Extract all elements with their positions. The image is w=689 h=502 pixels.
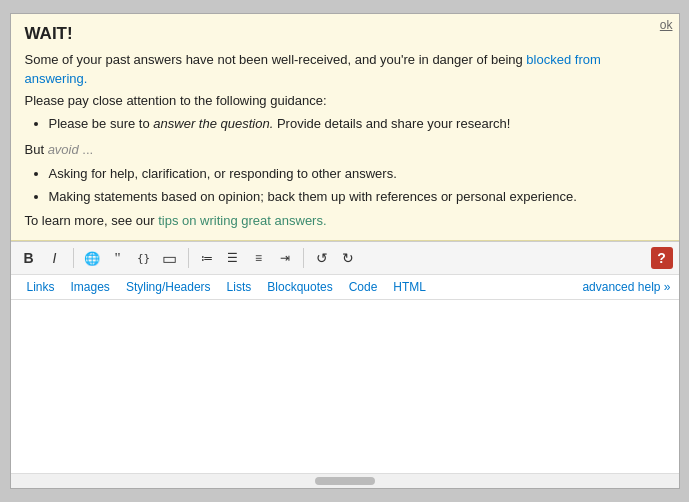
avoid-label: But avoid ... bbox=[25, 140, 665, 160]
avoid-list: Asking for help, clarification, or respo… bbox=[49, 164, 665, 208]
help-icon-button[interactable]: ? bbox=[651, 247, 673, 269]
wait-title: WAIT! bbox=[25, 24, 665, 44]
answer-textarea[interactable] bbox=[11, 300, 679, 470]
wait-dialog: ok WAIT! Some of your past answers have … bbox=[10, 13, 680, 490]
tab-links[interactable]: Links bbox=[19, 278, 63, 296]
tab-html[interactable]: HTML bbox=[385, 278, 434, 296]
toolbar-separator-3 bbox=[303, 248, 304, 268]
avoid-item-1: Asking for help, clarification, or respo… bbox=[49, 164, 665, 185]
tab-images[interactable]: Images bbox=[63, 278, 118, 296]
tab-blockquotes[interactable]: Blockquotes bbox=[259, 278, 340, 296]
toolbar-separator-1 bbox=[73, 248, 74, 268]
advanced-help-link[interactable]: advanced help » bbox=[582, 280, 670, 294]
format-tabs: Links Images Styling/Headers Lists Block… bbox=[11, 275, 679, 300]
guidance-label: Please pay close attention to the follow… bbox=[25, 93, 665, 108]
italic-button[interactable]: I bbox=[43, 246, 67, 270]
tab-code[interactable]: Code bbox=[341, 278, 386, 296]
justify-button[interactable]: ≡ bbox=[247, 246, 271, 270]
quote-button[interactable]: " bbox=[106, 246, 130, 270]
redo-button[interactable]: ↻ bbox=[336, 246, 360, 270]
learn-more-link[interactable]: tips on writing great answers. bbox=[158, 213, 326, 228]
link-button[interactable]: 🌐 bbox=[80, 246, 104, 270]
code-button[interactable]: {} bbox=[132, 246, 156, 270]
tab-lists[interactable]: Lists bbox=[219, 278, 260, 296]
toolbar: B I 🌐 " {} ▭ ≔ ☰ ≡ ⇥ ↺ ↻ ? bbox=[11, 242, 679, 275]
ok-button[interactable]: ok bbox=[660, 18, 673, 32]
toolbar-separator-2 bbox=[188, 248, 189, 268]
scrollbar-thumb[interactable] bbox=[315, 477, 375, 485]
avoid-item-2: Making statements based on opinion; back… bbox=[49, 187, 665, 208]
undo-button[interactable]: ↺ bbox=[310, 246, 334, 270]
image-button[interactable]: ▭ bbox=[158, 246, 182, 270]
warning-box: WAIT! Some of your past answers have not… bbox=[11, 14, 679, 242]
ordered-list-button[interactable]: ≔ bbox=[195, 246, 219, 270]
learn-more: To learn more, see our tips on writing g… bbox=[25, 213, 665, 228]
editor-container: B I 🌐 " {} ▭ ≔ ☰ ≡ ⇥ ↺ ↻ ? Links Images … bbox=[11, 241, 679, 488]
unordered-list-button[interactable]: ☰ bbox=[221, 246, 245, 270]
tab-styling-headers[interactable]: Styling/Headers bbox=[118, 278, 219, 296]
do-list: Please be sure to answer the question. P… bbox=[49, 114, 665, 135]
scrollbar-bottom bbox=[11, 473, 679, 488]
indent-button[interactable]: ⇥ bbox=[273, 246, 297, 270]
bold-button[interactable]: B bbox=[17, 246, 41, 270]
do-item: Please be sure to answer the question. P… bbox=[49, 114, 665, 135]
warning-intro: Some of your past answers have not been … bbox=[25, 50, 665, 89]
